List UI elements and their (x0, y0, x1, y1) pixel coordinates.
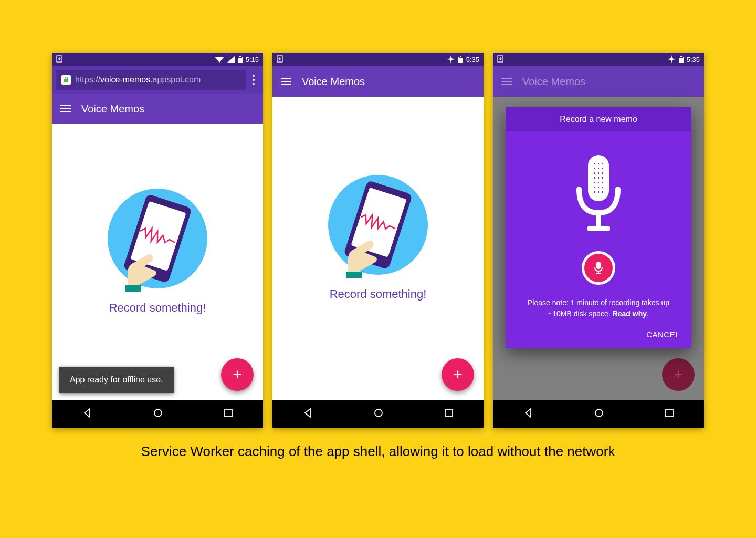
hamburger-icon (501, 78, 512, 85)
offline-toast: App ready for offline use. (59, 367, 174, 393)
clock-text: 5:35 (466, 56, 479, 64)
home-icon[interactable] (594, 408, 604, 420)
hand-icon (343, 231, 385, 278)
svg-rect-3 (238, 57, 242, 58)
phone-screenshot-1: 5:15 https://voice-memos.appspot.com Voi… (52, 53, 263, 428)
app-bar: Voice Memos (493, 66, 704, 97)
download-indicator-icon (56, 55, 62, 64)
plus-icon: + (674, 366, 683, 384)
phone-screenshot-2: 5:35 Voice Memos Record something! (272, 53, 484, 428)
record-prompt-text: Record something! (330, 287, 427, 301)
wifi-icon (215, 56, 224, 63)
read-why-link[interactable]: Read why (613, 309, 647, 318)
modal-title: Record a new memo (506, 107, 691, 131)
cell-signal-icon (227, 56, 235, 63)
browser-url-bar: https://voice-memos.appspot.com (52, 66, 263, 94)
lock-icon (61, 75, 71, 85)
mic-small-icon (593, 261, 604, 275)
download-indicator-icon (277, 55, 283, 64)
home-icon[interactable] (153, 408, 163, 420)
recent-icon[interactable] (224, 408, 233, 420)
svg-rect-12 (346, 272, 362, 278)
android-status-bar: 5:35 (493, 53, 704, 66)
android-status-bar: 5:15 (52, 53, 263, 66)
recent-icon[interactable] (444, 408, 454, 420)
airplane-mode-icon (667, 55, 676, 64)
clock-text: 5:15 (246, 56, 259, 64)
svg-rect-2 (239, 56, 241, 57)
phones-row: 5:15 https://voice-memos.appspot.com Voi… (31, 53, 725, 428)
browser-menu-button[interactable] (246, 75, 258, 85)
airplane-mode-icon (447, 55, 455, 64)
svg-rect-18 (679, 57, 683, 58)
microphone-icon (570, 152, 627, 236)
back-icon[interactable] (523, 408, 533, 420)
android-nav-bar (493, 400, 704, 428)
cancel-button[interactable]: CANCEL (646, 330, 680, 339)
url-input[interactable]: https://voice-memos.appspot.com (56, 70, 246, 90)
fab-add-button[interactable]: + (221, 358, 254, 391)
back-icon[interactable] (302, 408, 313, 420)
fab-add-button: + (662, 358, 695, 391)
recent-icon[interactable] (665, 408, 674, 420)
plus-icon: + (453, 366, 463, 384)
svg-rect-25 (596, 262, 601, 269)
app-bar: Voice Memos (52, 94, 263, 124)
hand-icon (122, 244, 164, 292)
main-content: Record something! App ready for offline … (52, 124, 263, 400)
svg-rect-17 (680, 56, 682, 57)
phone-screenshot-3: 5:35 Voice Memos + Record a new memo (493, 53, 704, 428)
app-bar: Voice Memos (272, 66, 484, 97)
svg-point-6 (154, 409, 162, 417)
battery-icon (679, 56, 684, 63)
hamburger-icon[interactable] (281, 78, 291, 85)
app-title: Voice Memos (522, 76, 585, 88)
modal-note: Please note: 1 minute of recording takes… (516, 297, 681, 319)
back-icon[interactable] (82, 408, 92, 420)
fab-add-button[interactable]: + (442, 358, 474, 391)
svg-rect-29 (666, 409, 673, 417)
android-nav-bar (272, 400, 484, 428)
hamburger-icon[interactable] (60, 105, 71, 112)
svg-rect-5 (125, 285, 141, 292)
svg-point-28 (595, 409, 603, 417)
svg-rect-14 (445, 409, 453, 417)
android-status-bar: 5:35 (272, 53, 484, 66)
svg-rect-11 (459, 57, 463, 58)
android-nav-bar (52, 400, 263, 428)
main-content: Record something! + (272, 97, 484, 400)
record-prompt-text: Record something! (109, 301, 206, 315)
svg-rect-7 (225, 409, 232, 417)
figure-caption: Service Worker caching of the app shell,… (120, 443, 636, 460)
battery-icon (238, 56, 243, 63)
url-text: https://voice-memos.appspot.com (75, 75, 241, 85)
home-icon[interactable] (373, 408, 384, 420)
record-modal: Record a new memo (506, 107, 691, 348)
clock-text: 5:35 (687, 56, 700, 64)
download-indicator-icon (497, 55, 503, 64)
svg-point-13 (375, 409, 382, 417)
app-title: Voice Memos (81, 103, 144, 115)
app-title: Voice Memos (302, 76, 365, 88)
svg-rect-10 (460, 56, 461, 57)
battery-icon (458, 56, 463, 63)
illustration (328, 175, 428, 275)
illustration (108, 189, 207, 288)
plus-icon: + (233, 366, 242, 384)
svg-rect-4 (64, 79, 68, 82)
main-content: + Record a new memo (493, 97, 704, 400)
record-button[interactable] (582, 251, 615, 285)
